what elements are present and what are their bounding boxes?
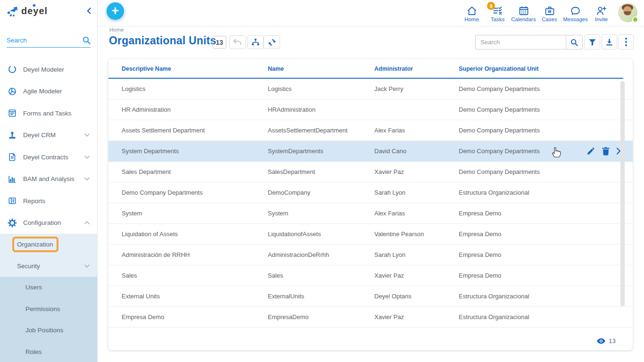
sidebar-item-bam-and-analysis[interactable]: BAM and Analysis [0, 168, 97, 190]
cell-descriptive-name: Assets Settlement Department [122, 127, 268, 134]
nav-home[interactable]: Home [459, 1, 485, 22]
sidebar: deyel Deyel Modeler Agile Modeler Forms … [0, 0, 98, 362]
agile-modeler-icon [8, 87, 17, 96]
nav-calendars[interactable]: Calendars [511, 1, 537, 22]
undo-button[interactable] [229, 35, 246, 49]
avatar-beard [624, 11, 631, 15]
column-header-descriptive-name[interactable]: Descriptive Name [122, 66, 268, 72]
download-icon [605, 38, 613, 46]
cell-administrator: Xavier Paz [374, 313, 459, 321]
cell-superior-unit: Empresa Demo [459, 230, 586, 238]
deyel-logo-icon [7, 5, 19, 17]
nav-label: Home [464, 16, 479, 22]
user-avatar[interactable] [618, 3, 637, 22]
sidebar-collapse-button[interactable] [87, 8, 91, 14]
table-row[interactable]: HR Administration HRAdministration Demo … [108, 99, 633, 120]
nav-messages[interactable]: Messages [562, 1, 588, 22]
sidebar-search-input[interactable] [7, 37, 82, 44]
sidebar-item-label: Permissions [25, 305, 60, 313]
cell-descriptive-name: Empresa Demo [122, 313, 268, 321]
plus-icon: + [112, 5, 119, 17]
cell-name: SystemDepartments [268, 148, 374, 155]
table-search-input[interactable] [475, 35, 566, 49]
sidebar-item-agile-modeler[interactable]: Agile Modeler [0, 81, 97, 103]
nav-cases[interactable]: Cases [537, 1, 562, 22]
security-submenu: Users Permissions Job Positions Roles [0, 277, 97, 362]
add-button[interactable]: + [107, 2, 124, 20]
modeler-icon [8, 65, 17, 74]
refresh-button[interactable] [264, 35, 280, 49]
chevron-down-icon [84, 133, 90, 137]
hierarchy-view-button[interactable] [247, 35, 264, 49]
more-vertical-icon [625, 37, 627, 47]
more-options-button[interactable] [618, 34, 634, 49]
sidebar-item-label: Agile Modeler [23, 88, 62, 95]
column-header-name[interactable]: Name [268, 66, 374, 72]
nav-label: Invite [595, 16, 608, 22]
gear-icon [8, 218, 17, 228]
sidebar-item-roles[interactable]: Roles [0, 341, 97, 362]
sidebar-item-security[interactable]: Security [0, 255, 97, 277]
cell-administrator: Alex Farias [374, 127, 459, 134]
contracts-icon [8, 152, 17, 162]
column-header-administrator[interactable]: Administrator [374, 66, 459, 72]
cell-superior-unit: Estructura Organizacional [459, 293, 586, 300]
cell-descriptive-name: Demo Company Departments [122, 189, 268, 196]
cell-administrator: Sarah Lyon [374, 189, 459, 196]
table-row[interactable]: External Units ExternalUnits Deyel Optar… [108, 286, 633, 307]
table-row-selected[interactable]: System Departments SystemDepartments Dav… [108, 141, 633, 162]
sidebar-item-label: Organization [17, 241, 53, 248]
cell-administrator: Sarah Lyon [374, 251, 459, 258]
sidebar-item-reports[interactable]: Reports [0, 190, 97, 212]
cell-administrator: Xavier Paz [374, 272, 459, 279]
chevron-down-icon [84, 177, 90, 181]
nav-invite[interactable]: Invite [588, 1, 614, 22]
sidebar-item-organization[interactable]: Organization [0, 234, 97, 255]
table-row[interactable]: Demo Company Departments DemoCompany Sar… [108, 182, 633, 203]
table-scrollbar[interactable] [620, 81, 625, 306]
table-row[interactable]: Assets Settlement Department AssetsSettl… [108, 120, 633, 141]
cell-descriptive-name: Sales Department [122, 168, 268, 175]
table-row[interactable]: Sales Sales Xavier Paz Empresa Demo [108, 265, 633, 286]
table-row[interactable]: Liquidation of Assets LiquidationofAsset… [108, 224, 633, 245]
cell-superior-unit: Estructura Organizacional [459, 189, 586, 196]
cell-name: SalesDepartment [268, 168, 374, 175]
chevron-down-icon [84, 264, 90, 268]
sidebar-item-job-positions[interactable]: Job Positions [0, 320, 97, 341]
sidebar-item-configuration[interactable]: Configuration [0, 212, 97, 234]
nav-tasks[interactable]: 9 Tasks [485, 1, 511, 22]
cell-name: LiquidationofAssets [268, 230, 374, 238]
sidebar-item-deyel-crm[interactable]: Deyel CRM [0, 124, 97, 147]
filter-button[interactable] [585, 34, 600, 49]
sidebar-item-forms-and-tasks[interactable]: Forms and Tasks [0, 102, 97, 124]
sidebar-item-deyel-contracts[interactable]: Deyel Contracts [0, 146, 97, 168]
table-row[interactable]: Sales Department SalesDepartment Xavier … [108, 162, 633, 182]
search-icon[interactable] [82, 36, 91, 45]
row-actions [586, 147, 637, 156]
logo-text: deyel [21, 6, 48, 16]
breadcrumb[interactable]: Home [109, 27, 124, 33]
forms-tasks-icon [8, 108, 17, 118]
table-row[interactable]: Administración de RRHH AdministracionDeR… [108, 245, 633, 265]
organizational-units-table: Descriptive Name Name Administrator Supe… [108, 59, 633, 350]
cell-name: AdministracionDeRrhh [268, 251, 374, 258]
table-row[interactable]: Logistics Logistics Jack Perry Demo Comp… [108, 79, 633, 99]
cell-superior-unit: Demo Company Departments [459, 85, 586, 92]
sidebar-item-label: Configuration [23, 219, 61, 226]
sidebar-item-deyel-modeler[interactable]: Deyel Modeler [0, 58, 97, 81]
cell-superior-unit: Demo Company Departments [459, 168, 586, 175]
sidebar-item-label: Deyel CRM [23, 132, 56, 139]
column-header-superior-unit[interactable]: Superior Organizational Unit [459, 66, 586, 72]
sidebar-item-permissions[interactable]: Permissions [0, 298, 97, 320]
filter-icon [588, 38, 596, 46]
delete-button[interactable] [602, 147, 610, 156]
cell-superior-unit: Empresa Demo [459, 272, 586, 279]
table-row[interactable]: Empresa Demo EmpresaDemo Xavier Paz Estr… [108, 307, 633, 328]
table-row[interactable]: System System Alex Farias Empresa Demo [108, 203, 633, 224]
edit-button[interactable] [586, 147, 595, 156]
download-button[interactable] [602, 34, 617, 49]
table-search-button[interactable] [566, 35, 583, 49]
cell-name: ExternalUnits [268, 293, 374, 300]
sidebar-item-users[interactable]: Users [0, 277, 97, 298]
cell-descriptive-name: Sales [122, 272, 268, 279]
